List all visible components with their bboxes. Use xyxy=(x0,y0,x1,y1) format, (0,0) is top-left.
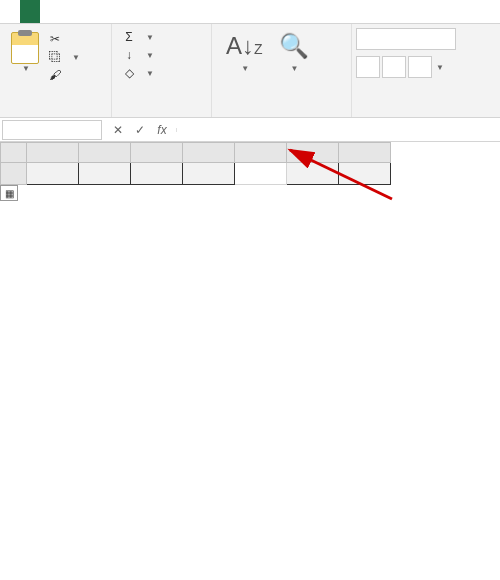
cell[interactable] xyxy=(183,163,235,185)
tab-home[interactable] xyxy=(20,0,40,23)
search-icon: 🔍 xyxy=(279,32,309,60)
tab-insert[interactable] xyxy=(60,0,80,23)
autofill-options-button[interactable]: ▦ xyxy=(0,185,18,201)
col-header[interactable] xyxy=(287,143,339,163)
col-header[interactable] xyxy=(235,143,287,163)
cancel-formula-icon[interactable]: ✕ xyxy=(108,123,128,137)
format-painter-button[interactable]: 🖌 xyxy=(44,66,84,84)
underline-button[interactable] xyxy=(408,56,432,78)
cell[interactable] xyxy=(339,163,391,185)
chevron-down-icon: ▼ xyxy=(22,64,30,73)
cell[interactable] xyxy=(131,163,183,185)
cut-button[interactable]: ✂ xyxy=(44,30,84,48)
bold-button[interactable] xyxy=(356,56,380,78)
ribbon: ▼ ✂ ⿻▼ 🖌 Σ▼ ↓▼ ◇▼ A↓Z ▼ 🔍 ▼ xyxy=(0,24,500,118)
sort-filter-icon: A↓Z xyxy=(226,32,263,60)
enter-formula-icon[interactable]: ✓ xyxy=(130,123,150,137)
paste-button[interactable]: ▼ xyxy=(6,28,44,84)
col-header[interactable] xyxy=(131,143,183,163)
col-header[interactable] xyxy=(339,143,391,163)
tab-formulas[interactable] xyxy=(100,0,120,23)
col-header[interactable] xyxy=(183,143,235,163)
sort-filter-button[interactable]: A↓Z ▼ xyxy=(218,28,271,77)
copy-icon: ⿻ xyxy=(48,50,62,64)
name-box[interactable] xyxy=(2,120,102,140)
tab-file[interactable] xyxy=(0,0,20,23)
clear-button[interactable]: ◇▼ xyxy=(118,64,205,82)
row-header[interactable] xyxy=(1,163,27,185)
brush-icon: 🖌 xyxy=(48,68,62,82)
ribbon-tabs xyxy=(0,0,500,24)
col-header[interactable] xyxy=(27,143,79,163)
cell[interactable] xyxy=(79,163,131,185)
tab-excel-finance[interactable] xyxy=(40,0,60,23)
clipboard-icon xyxy=(11,32,39,64)
autosum-button[interactable]: Σ▼ xyxy=(118,28,205,46)
cell[interactable] xyxy=(287,163,339,185)
fill-button[interactable]: ↓▼ xyxy=(118,46,205,64)
cell[interactable] xyxy=(27,163,79,185)
tab-view[interactable] xyxy=(160,0,180,23)
tab-page-layout[interactable] xyxy=(80,0,100,23)
copy-button[interactable]: ⿻▼ xyxy=(44,48,84,66)
formula-bar[interactable] xyxy=(176,128,500,132)
sigma-icon: Σ xyxy=(122,30,136,44)
fx-icon[interactable]: fx xyxy=(152,123,172,137)
tab-review[interactable] xyxy=(140,0,160,23)
scissors-icon: ✂ xyxy=(48,32,62,46)
formula-bar-row: ✕ ✓ fx xyxy=(0,118,500,142)
find-select-button[interactable]: 🔍 ▼ xyxy=(271,28,317,77)
select-all-corner[interactable] xyxy=(1,143,27,163)
font-family-input[interactable] xyxy=(356,28,456,50)
eraser-icon: ◇ xyxy=(122,66,136,80)
worksheet[interactable]: ▦ xyxy=(0,142,500,185)
tab-data[interactable] xyxy=(120,0,140,23)
col-header[interactable] xyxy=(79,143,131,163)
fill-down-icon: ↓ xyxy=(122,48,136,62)
cell[interactable] xyxy=(235,163,287,185)
italic-button[interactable] xyxy=(382,56,406,78)
